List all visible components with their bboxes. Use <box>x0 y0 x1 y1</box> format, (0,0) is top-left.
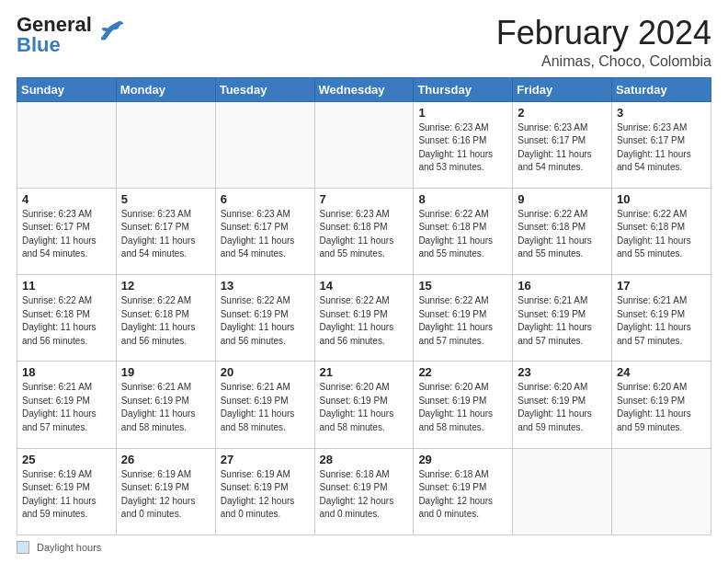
day-info: Daylight: 11 hours <box>518 408 607 421</box>
col-wednesday: Wednesday <box>314 77 414 101</box>
table-row: 3Sunrise: 6:23 AMSunset: 6:17 PMDaylight… <box>612 101 711 188</box>
day-info: and 55 minutes. <box>418 247 507 261</box>
title-block: February 2024 Animas, Choco, Colombia <box>496 15 711 70</box>
day-info: Sunrise: 6:23 AM <box>22 208 111 222</box>
table-row: 25Sunrise: 6:19 AMSunset: 6:19 PMDayligh… <box>17 448 117 534</box>
table-row: 9Sunrise: 6:22 AMSunset: 6:18 PMDaylight… <box>513 188 612 274</box>
table-row: 28Sunrise: 6:18 AMSunset: 6:19 PMDayligh… <box>314 448 414 534</box>
day-info: Daylight: 11 hours <box>418 321 507 335</box>
day-info: and 55 minutes. <box>518 247 607 261</box>
day-info: Sunrise: 6:22 AM <box>418 208 507 222</box>
table-row: 24Sunrise: 6:20 AMSunset: 6:19 PMDayligh… <box>612 362 711 448</box>
day-info: Sunrise: 6:21 AM <box>121 381 210 395</box>
day-info: Sunset: 6:19 PM <box>22 395 111 408</box>
day-info: and 57 minutes. <box>518 335 607 349</box>
table-row: 12Sunrise: 6:22 AMSunset: 6:18 PMDayligh… <box>116 275 215 362</box>
table-row <box>116 101 215 188</box>
calendar-body: 1Sunrise: 6:23 AMSunset: 6:16 PMDaylight… <box>17 101 711 534</box>
day-info: Sunrise: 6:18 AM <box>320 468 409 482</box>
day-info: Sunset: 6:19 PM <box>221 395 310 408</box>
day-info: and 59 minutes. <box>22 508 111 522</box>
day-number: 25 <box>22 453 111 466</box>
day-info: Sunrise: 6:21 AM <box>22 381 111 395</box>
day-info: and 56 minutes. <box>320 335 409 349</box>
daylight-legend-box <box>17 541 29 554</box>
day-info: Sunset: 6:17 PM <box>617 134 706 148</box>
day-number: 12 <box>121 279 210 293</box>
day-number: 28 <box>320 453 409 466</box>
day-info: and 55 minutes. <box>320 247 409 261</box>
table-row: 10Sunrise: 6:22 AMSunset: 6:18 PMDayligh… <box>612 188 711 274</box>
day-info: Daylight: 11 hours <box>221 321 310 335</box>
day-info: Daylight: 11 hours <box>320 235 409 248</box>
table-row: 29Sunrise: 6:18 AMSunset: 6:19 PMDayligh… <box>414 448 513 534</box>
day-info: and 57 minutes. <box>22 421 111 435</box>
day-number: 1 <box>418 106 507 120</box>
day-info: Daylight: 11 hours <box>121 235 210 248</box>
day-info: Daylight: 12 hours <box>221 495 310 509</box>
day-info: Sunset: 6:19 PM <box>418 308 507 322</box>
day-info: Sunrise: 6:22 AM <box>320 294 409 308</box>
day-number: 3 <box>617 106 706 120</box>
calendar-week-row: 25Sunrise: 6:19 AMSunset: 6:19 PMDayligh… <box>17 448 711 534</box>
day-info: Daylight: 11 hours <box>617 408 706 421</box>
table-row: 22Sunrise: 6:20 AMSunset: 6:19 PMDayligh… <box>414 362 513 448</box>
day-info: Daylight: 11 hours <box>22 235 111 248</box>
table-row: 18Sunrise: 6:21 AMSunset: 6:19 PMDayligh… <box>17 362 117 448</box>
day-info: Sunrise: 6:22 AM <box>22 294 111 308</box>
day-info: and 57 minutes. <box>418 335 507 349</box>
day-info: Sunrise: 6:23 AM <box>418 121 507 135</box>
day-info: Daylight: 11 hours <box>121 408 210 421</box>
day-number: 14 <box>320 279 409 293</box>
day-info: Sunrise: 6:23 AM <box>617 121 706 135</box>
day-info: Sunset: 6:19 PM <box>22 481 111 495</box>
day-info: Sunrise: 6:22 AM <box>617 208 706 222</box>
daylight-legend-label: Daylight hours <box>37 542 101 553</box>
table-row: 13Sunrise: 6:22 AMSunset: 6:19 PMDayligh… <box>215 275 314 362</box>
day-info: Sunrise: 6:21 AM <box>518 294 607 308</box>
calendar-week-row: 1Sunrise: 6:23 AMSunset: 6:16 PMDaylight… <box>17 101 711 188</box>
day-info: and 54 minutes. <box>518 161 607 175</box>
day-info: and 53 minutes. <box>418 161 507 175</box>
day-info: and 58 minutes. <box>320 421 409 435</box>
day-info: Sunset: 6:19 PM <box>418 395 507 408</box>
col-sunday: Sunday <box>17 77 117 101</box>
day-info: Daylight: 11 hours <box>22 321 111 335</box>
day-info: Sunset: 6:19 PM <box>221 308 310 322</box>
footer: Daylight hours <box>17 541 711 554</box>
table-row: 11Sunrise: 6:22 AMSunset: 6:18 PMDayligh… <box>17 275 117 362</box>
table-row: 8Sunrise: 6:22 AMSunset: 6:18 PMDaylight… <box>414 188 513 274</box>
table-row <box>215 101 314 188</box>
day-info: Sunrise: 6:20 AM <box>320 381 409 395</box>
table-row: 1Sunrise: 6:23 AMSunset: 6:16 PMDaylight… <box>414 101 513 188</box>
day-info: and 59 minutes. <box>518 421 607 435</box>
day-number: 20 <box>221 365 310 379</box>
month-title: February 2024 <box>496 15 711 52</box>
logo-general: General <box>17 15 92 35</box>
day-info: Sunrise: 6:19 AM <box>221 468 310 482</box>
day-info: Sunset: 6:18 PM <box>320 221 409 235</box>
table-row: 17Sunrise: 6:21 AMSunset: 6:19 PMDayligh… <box>612 275 711 362</box>
table-row <box>612 448 711 534</box>
calendar-table: Sunday Monday Tuesday Wednesday Thursday… <box>17 77 711 535</box>
day-info: Sunrise: 6:23 AM <box>518 121 607 135</box>
table-row: 23Sunrise: 6:20 AMSunset: 6:19 PMDayligh… <box>513 362 612 448</box>
day-info: Sunset: 6:18 PM <box>617 221 706 235</box>
day-info: Sunrise: 6:22 AM <box>418 294 507 308</box>
day-info: Sunset: 6:17 PM <box>22 221 111 235</box>
day-number: 29 <box>418 453 507 466</box>
table-row: 7Sunrise: 6:23 AMSunset: 6:18 PMDaylight… <box>314 188 414 274</box>
day-info: and 0 minutes. <box>221 508 310 522</box>
day-number: 18 <box>22 365 111 379</box>
day-info: and 54 minutes. <box>221 247 310 261</box>
day-info: and 55 minutes. <box>617 247 706 261</box>
day-info: Sunrise: 6:22 AM <box>221 294 310 308</box>
day-number: 23 <box>518 365 607 379</box>
day-number: 27 <box>221 453 310 466</box>
table-row: 21Sunrise: 6:20 AMSunset: 6:19 PMDayligh… <box>314 362 414 448</box>
day-info: Sunset: 6:19 PM <box>320 481 409 495</box>
day-number: 7 <box>320 192 409 206</box>
day-number: 21 <box>320 365 409 379</box>
day-info: Sunset: 6:19 PM <box>121 395 210 408</box>
day-number: 15 <box>418 279 507 293</box>
